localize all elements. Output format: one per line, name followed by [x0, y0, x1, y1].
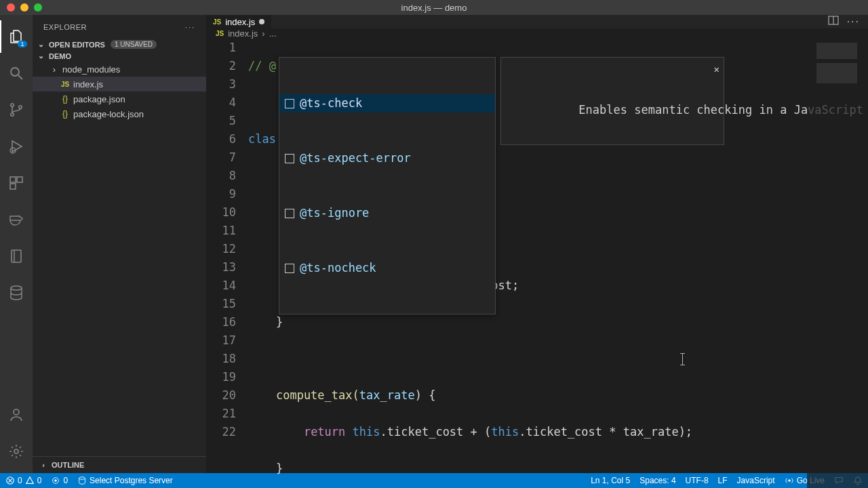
code-editor[interactable]: 12345678910111213141516171819202122 // @…	[206, 39, 868, 488]
snippet-icon	[285, 264, 294, 273]
svg-point-14	[14, 449, 18, 453]
title-bar: index.js — demo	[0, 0, 868, 15]
search-icon	[8, 65, 24, 81]
svg-point-12	[11, 286, 22, 290]
activity-docker[interactable]	[0, 203, 33, 236]
warning-icon	[25, 476, 35, 485]
tree-file-package-json[interactable]: {} package.json	[33, 92, 206, 106]
suggest-item-ts-expect-error[interactable]: @ts-expect-error	[279, 149, 495, 167]
database-icon	[77, 476, 87, 485]
activity-extensions[interactable]	[0, 167, 33, 199]
activity-remote[interactable]	[0, 240, 33, 272]
svg-point-2	[11, 104, 14, 106]
debug-icon	[8, 138, 24, 155]
file-label: index.js	[73, 79, 103, 89]
breadcrumbs[interactable]: JS index.js › ...	[206, 28, 868, 39]
activity-bar: 1	[0, 15, 33, 473]
js-file-icon: JS	[60, 81, 71, 88]
svg-rect-7	[10, 177, 16, 182]
suggest-item-ts-check[interactable]: @ts-check	[279, 94, 495, 113]
chevron-down-icon: ⌄	[35, 40, 46, 49]
gear-icon	[8, 443, 24, 460]
open-editors-section[interactable]: ⌄ OPEN EDITORS 1 UNSAVED	[33, 39, 206, 50]
close-icon[interactable]: ✕	[714, 60, 719, 79]
unsaved-badge: 1 UNSAVED	[111, 40, 157, 49]
editor-tabs: JS index.js ···	[206, 15, 868, 28]
snippet-icon	[285, 154, 294, 163]
svg-point-4	[19, 106, 22, 108]
window-controls	[0, 3, 42, 12]
explorer-more-icon[interactable]: ···	[185, 23, 195, 31]
explorer-badge: 1	[18, 41, 27, 47]
outline-section[interactable]: › OUTLINE	[35, 460, 203, 470]
svg-rect-9	[10, 184, 16, 189]
line-number-gutter: 12345678910111213141516171819202122	[206, 39, 248, 488]
suggest-item-ts-nocheck[interactable]: @ts-nocheck	[279, 259, 495, 277]
activity-search[interactable]	[0, 57, 33, 89]
tab-label: index.js	[225, 17, 255, 27]
svg-point-3	[11, 113, 14, 116]
svg-line-1	[18, 75, 22, 79]
activity-source-control[interactable]	[0, 94, 33, 126]
svg-rect-8	[17, 177, 22, 182]
svg-point-13	[14, 409, 19, 415]
account-icon	[8, 407, 24, 423]
folder-section[interactable]: ⌄ DEMO	[33, 50, 206, 62]
text-cursor-icon	[682, 353, 683, 365]
explorer-sidebar: EXPLORER ··· ⌄ OPEN EDITORS 1 UNSAVED ⌄ …	[33, 15, 206, 473]
status-postgres[interactable]: Select Postgres Server	[77, 476, 173, 485]
chevron-right-icon: ›	[262, 28, 264, 39]
json-file-icon: {}	[60, 109, 71, 119]
svg-rect-10	[12, 250, 21, 262]
status-ports[interactable]: 0	[51, 476, 68, 485]
file-tree: › node_modules JS index.js {} package.js…	[33, 62, 206, 456]
code-content[interactable]: // @ clas this.date = date; this.ticket_…	[248, 39, 868, 488]
activity-database[interactable]	[0, 277, 33, 309]
activity-account[interactable]	[0, 399, 33, 431]
activity-settings[interactable]	[0, 435, 33, 468]
chevron-right-icon: ›	[49, 64, 60, 75]
snippet-icon	[285, 99, 294, 108]
svg-point-0	[11, 68, 19, 76]
error-icon	[5, 476, 15, 485]
docker-icon	[8, 211, 24, 228]
minimap-preview	[816, 43, 857, 83]
more-actions-icon[interactable]: ···	[847, 16, 860, 28]
folder-label: node_modules	[62, 64, 120, 75]
svg-marker-5	[12, 141, 22, 152]
minimap[interactable]	[807, 39, 868, 488]
close-window-button[interactable]	[7, 3, 15, 12]
minimize-window-button[interactable]	[20, 3, 28, 12]
outline-label: OUTLINE	[52, 461, 84, 469]
editor-group: JS index.js ··· JS index.js › ... 123456…	[206, 15, 868, 473]
svg-point-22	[79, 477, 85, 480]
suggest-item-ts-ignore[interactable]: @ts-ignore	[279, 204, 495, 222]
activity-explorer[interactable]: 1	[0, 20, 33, 53]
breadcrumb-file: index.js	[228, 28, 258, 39]
suggest-widget[interactable]: @ts-check @ts-expect-error @ts-ignore @t…	[279, 57, 496, 314]
status-problems[interactable]: 0 0	[5, 476, 41, 485]
folder-name: DEMO	[49, 52, 71, 60]
maximize-window-button[interactable]	[34, 3, 42, 12]
extensions-icon	[8, 175, 24, 191]
js-file-icon: JS	[216, 30, 224, 37]
open-editors-label: OPEN EDITORS	[49, 41, 105, 49]
window-title: index.js — demo	[401, 3, 467, 13]
chevron-right-icon: ›	[38, 461, 49, 469]
activity-debug[interactable]	[0, 130, 33, 163]
tree-folder-node-modules[interactable]: › node_modules	[33, 62, 206, 77]
json-file-icon: {}	[60, 94, 71, 104]
tab-index-js[interactable]: JS index.js	[206, 15, 272, 28]
suggest-doc: ✕ Enables semantic checking in a JavaScr…	[500, 57, 724, 145]
split-editor-icon[interactable]	[828, 15, 839, 28]
dirty-indicator-icon	[259, 19, 264, 24]
tree-file-index-js[interactable]: JS index.js	[33, 77, 206, 92]
branch-icon	[8, 102, 24, 118]
snippet-icon	[285, 209, 294, 218]
tree-file-package-lock[interactable]: {} package-lock.json	[33, 106, 206, 121]
file-label: package-lock.json	[73, 109, 144, 119]
database-icon	[8, 285, 24, 301]
js-file-icon: JS	[213, 18, 221, 26]
book-icon	[8, 248, 24, 264]
explorer-title: EXPLORER	[43, 23, 87, 31]
